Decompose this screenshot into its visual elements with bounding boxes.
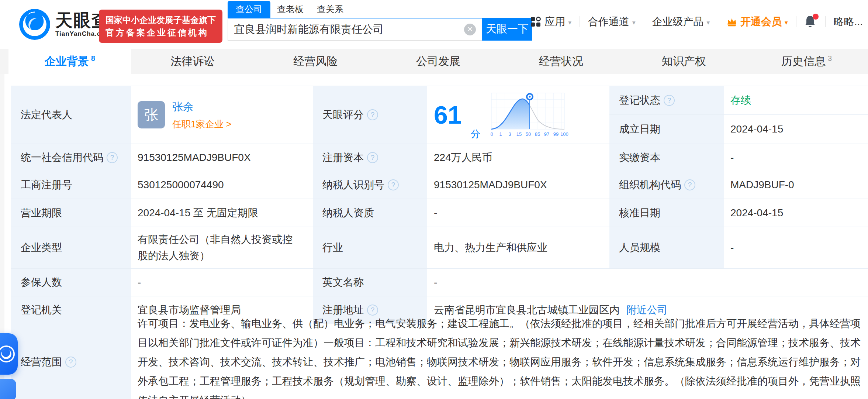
tab-legal-proceedings[interactable]: 法律诉讼 [131,49,254,74]
field-value-est-date: 2024-04-15 [724,115,868,144]
label-text: 行业 [322,241,343,255]
field-label-est-date: 成立日期 [609,115,724,144]
nav-separator [796,16,796,27]
search-tab-relation[interactable]: 查关系 [310,1,350,18]
value-text: 2024-04-15 至 无固定期限 [138,206,258,220]
field-label-paid-capital: 实缴资本 [609,144,724,171]
field-label-reg-authority: 登记机关 [11,296,131,324]
field-value-business-scope: 许可项目：发电业务、输电业务、供（配）电业务；电气安装服务；建设工程施工。（依法… [131,324,868,399]
badge-line-1: 国家中小企业发展子基金旗下 [106,14,216,26]
score-distribution-chart: 0 1 3 15 50 85 97 99 100 [488,92,574,138]
legal-rep-name-link[interactable]: 张余 [172,100,231,114]
field-value-score: 61 分 [427,86,609,144]
label-text: 营业期限 [21,206,62,220]
table-row: 营业期限 2024-04-15 至 无固定期限 纳税人资质 - 核准日期 202… [11,199,868,227]
help-icon[interactable]: ? [107,152,118,163]
label-text: 注册资本 [322,151,364,165]
tab-intellectual-property[interactable]: 知识产权 [622,49,745,74]
label-text: 登记状态 [619,93,660,107]
notification-bell[interactable] [805,15,817,28]
search-module: 查公司 查老板 查关系 × 天眼一下 [228,3,532,41]
value-text: - [138,276,141,288]
tab-operating-status[interactable]: 经营状况 [499,49,622,74]
nav-partner-label: 合作通道 [588,15,629,29]
tab-company-background[interactable]: 企业背景 8 [8,49,131,74]
score-unit: 分 [471,128,480,141]
user-menu[interactable]: 略略... [834,15,863,29]
table-row: 工商注册号 530125000074490 纳税人识别号 ? 91530125M… [11,171,868,199]
table-row: 法定代表人 张 张余 任职1家企业 > 登记状态 ? 存续 成立日期 2024-… [11,86,868,144]
floating-widget-secondary[interactable] [0,379,16,399]
nav-vip-label: 开通会员 [740,15,782,29]
search-button[interactable]: 天眼一下 [482,18,532,41]
help-icon[interactable]: ? [367,152,378,163]
tab-label: 经营风险 [293,54,338,69]
nav-enterprise[interactable]: 企业级产品 ▾ [652,15,710,29]
value-text: 91530125MADJ9BUF0X [434,179,547,191]
help-icon[interactable]: ? [367,109,378,120]
svg-text:97: 97 [544,131,549,137]
nav-separator [580,16,580,27]
value-text: 224万人民币 [434,151,492,165]
field-value-industry: 电力、热力生产和供应业 [427,227,609,268]
svg-text:99: 99 [553,131,558,137]
label-text: 统一社会信用代码 [21,151,103,165]
tianyancha-logo[interactable]: 天眼查 TianYanCha.com [19,9,111,40]
tianyancha-logo-icon [19,9,50,40]
search-tab-boss[interactable]: 查老板 [270,1,310,18]
page: 天眼查 TianYanCha.com 国家中小企业发展子基金旗下 官方备案企业征… [0,0,868,399]
value-text: - [730,152,734,164]
gov-certification-badge: 国家中小企业发展子基金旗下 官方备案企业征信机构 [99,10,222,43]
label-text: 人员规模 [619,241,660,255]
help-icon[interactable]: ? [388,179,399,190]
value-text: 许可项目：发电业务、输电业务、供（配）电业务；电气安装服务；建设工程施工。（依法… [138,314,864,399]
label-text: 组织机构代码 [619,178,681,192]
nav-separator [718,16,718,27]
help-icon[interactable]: ? [684,179,695,190]
tab-company-development[interactable]: 公司发展 [377,49,500,74]
field-value-approval-date: 2024-04-15 [724,199,868,227]
search-box: × 天眼一下 [228,18,532,41]
chevron-down-icon: ▾ [707,19,710,27]
table-row: 统一社会信用代码 ? 91530125MADJ9BUF0X 注册资本 ? 224… [11,144,868,171]
field-label-legal-rep: 法定代表人 [11,86,131,144]
svg-text:15: 15 [516,131,521,137]
svg-text:3: 3 [508,131,511,137]
nav-enterprise-label: 企业级产品 [652,15,704,29]
svg-text:100: 100 [560,131,568,137]
nav-vip[interactable]: 开通会员 ▾ [726,15,788,29]
field-label-org-code: 组织机构代码 ? [609,171,724,199]
field-label-staff-size: 人员规模 [609,227,724,268]
company-info-table: 法定代表人 张 张余 任职1家企业 > 登记状态 ? 存续 成立日期 2024-… [11,86,868,399]
tab-history-info[interactable]: 历史信息 3 [745,49,868,74]
field-label-company-type: 企业类型 [11,227,131,268]
apps-grid-icon [530,17,541,27]
table-row: 参保人数 - 英文名称 - [11,269,868,296]
label-text: 法定代表人 [21,108,72,122]
search-tab-company[interactable]: 查公司 [228,1,270,18]
tab-label: 知识产权 [662,54,706,69]
help-icon[interactable]: ? [65,357,76,368]
value-text: 530125000074490 [138,179,224,191]
chevron-down-icon: ▾ [568,19,571,27]
search-input[interactable] [228,23,464,35]
nav-partner[interactable]: 合作通道 ▾ [588,15,636,29]
legal-rep-avatar[interactable]: 张 [138,101,165,128]
floating-assistant-widget[interactable] [0,333,18,375]
search-tabs: 查公司 查老板 查关系 [228,3,532,18]
label-text: 纳税人资质 [322,206,374,220]
value-text: - [434,207,437,219]
label-text: 英文名称 [322,275,364,289]
label-text: 实缴资本 [619,151,660,165]
clear-icon[interactable]: × [464,24,476,35]
score-value: 61 [434,102,462,127]
nav-apps[interactable]: 应用 ▾ [530,15,571,29]
tab-operating-risk[interactable]: 经营风险 [254,49,377,74]
chevron-down-icon: ▾ [632,19,636,27]
field-value-reg-status: 存续 [724,86,868,115]
legal-rep-appointments-link[interactable]: 任职1家企业 > [172,118,231,130]
help-icon[interactable]: ? [664,95,675,106]
table-row: 经营范围 ? 许可项目：发电业务、输电业务、供（配）电业务；电气安装服务；建设工… [11,324,868,399]
value-text: - [730,242,734,254]
label-text: 天眼评分 [322,108,364,122]
